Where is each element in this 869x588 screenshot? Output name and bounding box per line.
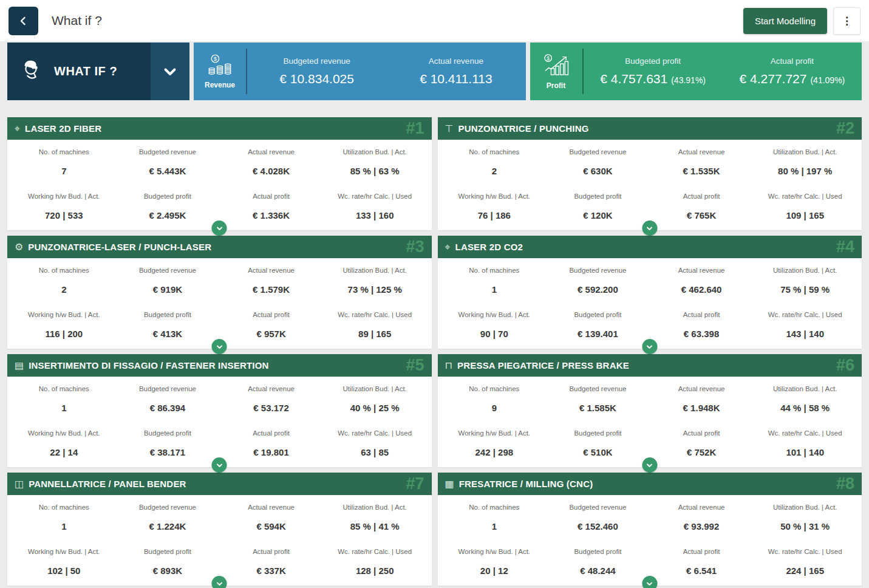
chevron-down-icon[interactable] [151,43,189,100]
stat-label: Working h/w Bud. | Act. [28,429,100,437]
stat-cell: Wc. rate/hr Calc. | Used 224 | 165 [753,540,857,585]
what-if-selector[interactable]: WHAT IF ? [7,43,189,100]
stat-cell: Budgeted revenue € 1.224K [116,495,220,540]
fastener-insertion-icon: ▤ [15,361,24,371]
stat-value: 75 % | 59 % [780,284,830,295]
chevron-down-icon [216,580,223,587]
machine-card-stats: No. of machines 2 Budgeted revenue € 919… [7,258,432,347]
stat-value: 7 [61,166,66,176]
stat-cell: Utilization Bud. | Act. 75 % | 59 % [753,258,857,303]
start-modelling-button[interactable]: Start Modelling [743,8,827,34]
stat-label: Actual profit [253,311,290,318]
machine-card: ⌖ LASER 2D FIBER #1 No. of machines 7 Bu… [7,117,432,230]
revenue-coins-icon: $ [206,53,233,78]
stat-value: 22 | 14 [50,447,78,457]
machine-card-stats: No. of machines 1 Budgeted revenue € 86.… [7,377,432,466]
stat-cell: Budgeted revenue € 919K [116,258,220,303]
stat-value: € 594K [256,521,285,532]
expand-card-button[interactable] [642,339,657,354]
back-button[interactable] [9,7,38,35]
stat-value: 85 % | 63 % [350,166,400,176]
stat-cell: Budgeted revenue € 592.200 [546,258,650,303]
chevron-down-icon [646,580,653,587]
stat-value: € 1.948K [683,403,720,413]
stat-value: € 5.443K [149,166,186,176]
page-title: What if ? [52,13,102,28]
stat-cell: Budgeted profit € 48.244 [546,540,650,585]
stat-label: Actual profit [253,193,290,200]
stat-label: Budgeted profit [574,548,621,555]
expand-card-button[interactable] [212,220,227,236]
stat-label: Wc. rate/hr Calc. | Used [338,311,412,318]
punching-machine-icon: ⊤ [445,124,454,134]
stat-cell: Actual profit € 752K [650,422,754,467]
stat-cell: Actual profit € 19.801 [219,422,323,467]
kebab-menu-button[interactable]: ⋮ [833,7,860,35]
expand-card-button[interactable] [212,339,227,354]
stat-cell: Wc. rate/hr Calc. | Used 63 | 85 [323,422,427,467]
chevron-left-icon [18,16,29,26]
stat-value: 50 % | 31 % [780,521,830,532]
stat-cell: Actual revenue € 594K [219,495,323,540]
stat-value: € 1.535K [683,166,720,176]
machine-card-header: ⊓ PRESSA PIEGATRICE / PRESS BRAKE #6 [438,354,862,377]
stat-cell: Budgeted profit € 120K [546,185,650,230]
stat-label: Budgeted revenue [139,148,196,156]
stat-cell: No. of machines 1 [443,258,547,303]
stat-label: Budgeted profit [574,429,621,437]
stat-label: Budgeted revenue [139,267,196,274]
budgeted-profit-stat: Budgeted profit € 4.757.631(43.91%) [584,43,723,100]
laser-2d-co2-icon: ⌖ [445,242,451,252]
stat-value: € 38.171 [150,447,185,457]
stat-label: Budgeted profit [144,429,191,437]
stat-label: Budgeted revenue [569,267,626,274]
expand-card-button[interactable] [212,576,227,588]
stat-label: Actual profit [771,56,814,66]
stat-value: € 765K [687,210,716,220]
stat-label: Budgeted revenue [139,504,196,511]
stat-label: Budgeted revenue [569,504,626,511]
expand-card-button[interactable] [642,220,657,236]
stat-value: 2 [492,166,497,176]
milling-cnc-icon: ▦ [445,479,454,489]
topbar: What if ? Start Modelling ⋮ [0,0,869,41]
stat-cell: Actual profit € 337K [219,540,323,585]
stat-cell: Wc. rate/hr Calc. | Used 89 | 165 [323,303,427,348]
machine-card-rank: #2 [836,120,854,137]
stat-cell: Actual revenue € 1.535K [650,140,754,185]
machine-card-stats: No. of machines 1 Budgeted revenue € 152… [438,495,862,584]
expand-card-button[interactable] [212,457,227,473]
machine-card-stats: No. of machines 1 Budgeted revenue € 1.2… [7,495,432,584]
stat-value: 85 % | 41 % [350,521,400,532]
topbar-actions: Start Modelling ⋮ [743,7,860,35]
stat-label: Wc. rate/hr Calc. | Used [768,429,842,437]
stat-label: No. of machines [39,148,89,156]
stat-label: No. of machines [469,385,519,392]
expand-card-button[interactable] [642,457,657,473]
stat-cell: Budgeted profit € 38.171 [116,422,220,467]
stat-value: 102 | 50 [47,566,80,576]
profit-summary-panel: $ Profit Budgeted profit € 4.757.631(43.… [530,43,862,100]
stat-label: Actual revenue [248,385,295,392]
stat-cell: Utilization Bud. | Act. 40 % | 25 % [323,377,427,422]
stat-label: Budgeted profit [574,193,621,200]
machine-card: ⚙ PUNZONATRICE-LASER / PUNCH-LASER #3 No… [7,236,432,349]
stat-cell: Actual revenue € 4.028K [219,140,323,185]
stat-value: € 4.277.727(41.09%) [740,72,845,86]
stat-cell: Actual profit € 957K [219,303,323,348]
expand-card-button[interactable] [642,576,657,588]
stat-value: 80 % | 197 % [778,166,832,176]
stat-value: € 413K [153,329,182,339]
punch-laser-machine-icon: ⚙ [15,242,23,252]
stat-value: 1 [492,521,497,532]
machine-card-rank: #8 [836,476,854,492]
stat-value: 9 [492,403,497,413]
stat-value: € 63.398 [684,329,719,339]
stat-label: Budgeted profit [144,311,191,318]
machine-card-stats: No. of machines 9 Budgeted revenue € 1.5… [438,377,862,466]
stat-cell: Actual revenue € 1.948K [650,377,754,422]
stat-cell: Actual revenue € 462.640 [650,258,754,303]
chevron-down-icon [216,343,223,350]
machine-card: ◫ PANNELLATRICE / PANEL BENDER #7 No. of… [7,473,432,586]
stat-value: € 462.640 [681,284,722,295]
